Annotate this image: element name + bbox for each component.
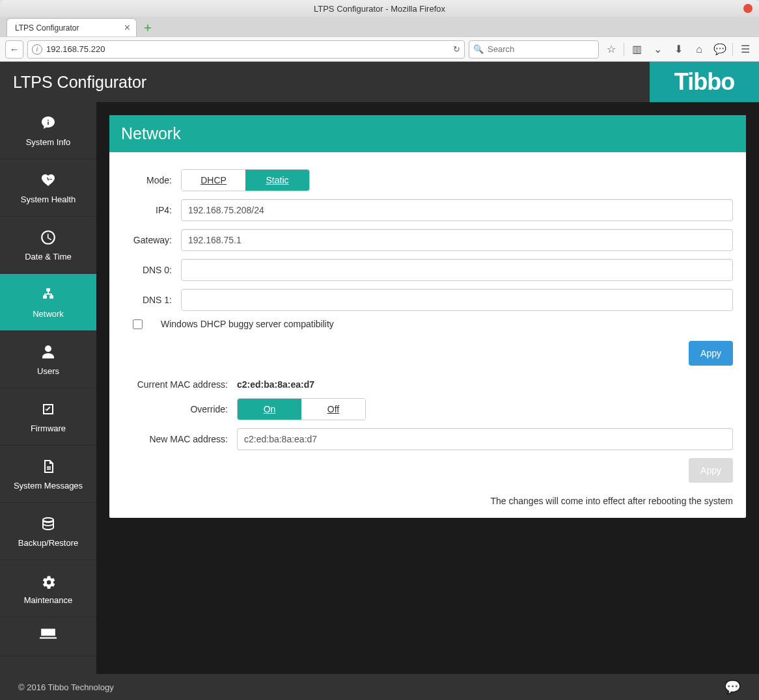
browser-tab[interactable]: LTPS Configurator ✕ [7, 18, 137, 36]
sidebar-item-firmware[interactable]: Firmware [0, 388, 96, 446]
network-panel: Network Mode: DHCP Static [109, 115, 746, 518]
ip4-input[interactable] [181, 199, 733, 221]
mode-static-button[interactable]: Static [245, 170, 309, 191]
gateway-input[interactable] [181, 229, 733, 251]
back-button[interactable]: ← [5, 40, 23, 59]
current-mac-label: Current MAC address: [122, 379, 237, 390]
user-icon [40, 343, 56, 361]
downloads-icon[interactable]: ⬇ [670, 40, 687, 59]
gateway-label: Gateway: [122, 235, 181, 245]
app-footer: © 2016 Tibbo Technology 💬 [0, 674, 759, 700]
apply-network-button[interactable]: Appy [689, 341, 733, 366]
dns0-label: DNS 0: [122, 265, 181, 275]
mode-toggle: DHCP Static [181, 169, 310, 191]
app-header: LTPS Configurator Tibbo [0, 62, 759, 102]
search-bar[interactable]: 🔍 [469, 40, 599, 59]
sidebar-item-label: System Health [21, 195, 76, 204]
brand-logo: Tibbo [650, 62, 759, 102]
new-mac-label: New MAC address: [122, 434, 237, 444]
sidebar-item-more[interactable] [0, 617, 96, 656]
dns0-input[interactable] [181, 259, 733, 281]
sidebar-item-backup-restore[interactable]: Backup/Restore [0, 503, 96, 560]
panel-title: Network [109, 115, 746, 152]
sidebar-item-label: Network [33, 309, 64, 319]
chat-icon[interactable]: 💬 [711, 40, 728, 59]
app-title: LTPS Configurator [13, 73, 146, 92]
window-titlebar: LTPS Configurator - Mozilla Firefox [0, 0, 759, 17]
mode-dhcp-button[interactable]: DHCP [182, 170, 245, 191]
new-tab-button[interactable]: ＋ [141, 20, 155, 34]
close-tab-icon[interactable]: ✕ [124, 23, 131, 33]
clock-icon [40, 228, 57, 247]
url-input[interactable] [46, 44, 449, 54]
sidebar-item-label: Date & Time [25, 252, 72, 262]
sidebar-item-label: Firmware [31, 424, 66, 433]
current-mac-value: c2:ed:ba:8a:ea:d7 [237, 379, 314, 390]
browser-toolbar: ← i ↻ 🔍 ☆ ▥ ⌄ ⬇ ⌂ 💬 ☰ [0, 36, 759, 62]
copyright-text: © 2016 Tibbo Technology [18, 682, 114, 692]
info-icon[interactable]: i [32, 44, 42, 55]
tab-label: LTPS Configurator [15, 23, 79, 33]
dns1-input[interactable] [181, 289, 733, 311]
document-icon [40, 457, 56, 476]
network-icon [40, 286, 57, 304]
override-on-button[interactable]: On [238, 399, 301, 420]
chat-bubble-icon[interactable]: 💬 [724, 679, 741, 695]
sidebar-item-system-messages[interactable]: System Messages [0, 446, 96, 503]
speech-info-icon [40, 114, 57, 132]
sidebar-item-system-info[interactable]: System Info [0, 102, 96, 159]
dhcp-compat-checkbox[interactable] [133, 319, 143, 329]
sidebar-item-system-health[interactable]: System Health [0, 159, 96, 217]
override-toggle: On Off [237, 398, 366, 420]
browser-tabstrip: LTPS Configurator ✕ ＋ [0, 17, 759, 36]
library-icon[interactable]: ▥ [628, 40, 645, 59]
sidebar-item-label: System Info [26, 137, 71, 147]
mode-label: Mode: [122, 175, 181, 185]
sidebar-item-users[interactable]: Users [0, 331, 96, 388]
sidebar-item-label: Backup/Restore [18, 538, 79, 548]
pocket-icon[interactable]: ⌄ [649, 40, 666, 59]
heartbeat-icon [40, 171, 57, 189]
search-input[interactable] [488, 44, 597, 54]
bookmark-star-icon[interactable]: ☆ [603, 40, 620, 59]
device-icon [40, 624, 57, 642]
window-title: LTPS Configurator - Mozilla Firefox [314, 4, 445, 14]
sidebar-item-label: Users [37, 366, 59, 376]
reload-icon[interactable]: ↻ [453, 44, 460, 54]
sidebar-item-label: Maintenance [24, 595, 72, 605]
sidebar: System Info System Health Date & Time [0, 102, 96, 674]
close-window-button[interactable] [743, 4, 752, 13]
dhcp-compat-label: Windows DHCP buggy server compatibility [161, 319, 334, 329]
sidebar-item-label: System Messages [14, 481, 83, 491]
sidebar-item-maintenance[interactable]: Maintenance [0, 560, 96, 617]
reboot-note: The changes will come into effect after … [122, 496, 733, 506]
override-off-button[interactable]: Off [301, 399, 365, 420]
home-icon[interactable]: ⌂ [691, 40, 708, 59]
ip4-label: IP4: [122, 205, 181, 215]
url-bar[interactable]: i ↻ [27, 40, 465, 59]
override-label: Override: [122, 404, 237, 414]
new-mac-input[interactable] [237, 428, 733, 450]
apply-mac-button[interactable]: Appy [689, 458, 733, 483]
sidebar-item-network[interactable]: Network [0, 274, 96, 331]
sidebar-item-date-time[interactable]: Date & Time [0, 217, 96, 274]
database-icon [40, 515, 56, 533]
search-icon: 🔍 [473, 44, 484, 54]
dns1-label: DNS 1: [122, 295, 181, 305]
gear-icon [40, 572, 57, 590]
menu-icon[interactable]: ☰ [737, 40, 754, 59]
firmware-icon [40, 400, 56, 418]
